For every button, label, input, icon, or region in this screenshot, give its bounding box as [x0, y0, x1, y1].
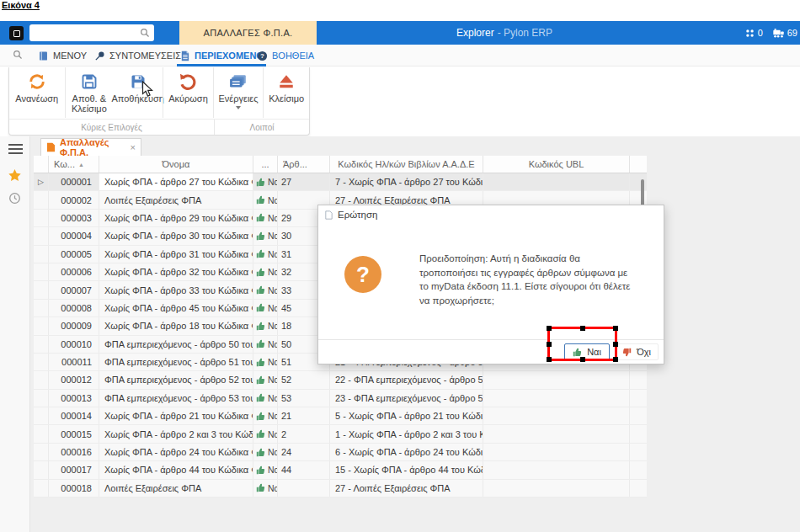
search-input[interactable]	[34, 28, 140, 38]
ribbon-button-3[interactable]: Αποθήκευση	[113, 67, 163, 118]
code-cell: 000016	[49, 444, 99, 460]
save-close-icon	[81, 72, 98, 92]
ribbon-button-4[interactable]: Ακύρωση	[163, 67, 213, 118]
table-row[interactable]: 000014Χωρίς ΦΠΑ - άρθρο 21 του Κώδικα ΦΠ…	[34, 407, 647, 425]
app-logo-icon[interactable]	[9, 26, 24, 40]
ribbon-button-1[interactable]: Ανανέωση	[9, 67, 65, 118]
help-icon: ?	[257, 51, 268, 61]
titlebar: ΑΠΑΛΛΑΓΕΣ Φ.Π.Α. Explorer - Pylon ERP 06…	[0, 21, 800, 45]
window-title: Explorer - Pylon ERP	[456, 21, 552, 45]
name-cell: Χωρίς ΦΠΑ - άρθρο 21 του Κώδικα ΦΠΑ...	[99, 407, 253, 424]
row-selector-cell: ▷	[34, 173, 49, 190]
window-title-main: Explorer	[456, 27, 494, 39]
yes-flag-label: Ναι	[268, 393, 278, 403]
column-header[interactable]: ...	[253, 156, 278, 173]
annotation-handle	[613, 342, 618, 347]
name-cell: Χωρίς ΦΠΑ - άρθρο 45 του Κώδικα ΦΠΑ...	[99, 300, 253, 317]
yes-flag-label: Ναι	[268, 375, 278, 385]
thumb-up-icon	[256, 412, 265, 421]
article-cell	[278, 480, 330, 497]
table-row[interactable]: ▷000001Χωρίς ΦΠΑ - άρθρο 27 του Κώδικα Φ…	[34, 173, 647, 191]
name-cell: Χωρίς ΦΠΑ - άρθρο 27 του Κώδικα ΦΠΑ...	[99, 173, 253, 190]
search-icon	[140, 28, 150, 38]
column-header[interactable]: Κω...▲	[49, 156, 99, 173]
annotation-handle	[547, 342, 552, 347]
ribbon-button-2[interactable]: Αποθ. & Κλείσιμο	[65, 67, 114, 118]
menubar-item-2[interactable]: ΣΥΝΤΟΜΕΥΣΕΙΣ	[94, 45, 181, 66]
ribbon-button-5[interactable]: Ενέργειες	[213, 67, 264, 118]
code-cell: 000011	[49, 354, 99, 370]
column-header-label: Άρθ...	[283, 159, 307, 169]
column-header[interactable]	[34, 156, 49, 173]
active-flag-cell: Ναι	[253, 371, 278, 388]
search-box[interactable]	[29, 24, 154, 41]
active-flag-cell: Ναι	[253, 354, 278, 370]
ribbon-button-label: Ενέργειες	[219, 93, 259, 104]
ribbon: ΑνανέωσηΑποθ. & ΚλείσιμοΑποθήκευσηΑκύρωσ…	[0, 66, 800, 136]
badge-count: 69	[787, 28, 797, 38]
tab-close-icon[interactable]: ×	[131, 142, 136, 152]
name-cell: Λοιπές Εξαιρέσεις ΦΠΑ	[99, 480, 253, 497]
article-cell: 24	[278, 444, 330, 460]
thumb-up-icon	[256, 285, 265, 295]
active-flag-cell: Ναι	[253, 407, 278, 424]
aade-code-cell: 5 - Χωρίς ΦΠΑ - άρθρο 21 του Κώδικα Φ...	[330, 407, 483, 424]
ribbon-button-label: Αποθ. & Κλείσιμο	[66, 93, 114, 114]
annotation-handle	[580, 326, 585, 331]
titlebar-badge[interactable]: 69	[772, 28, 797, 39]
column-header-label: ...	[261, 159, 269, 169]
favorites-star-icon[interactable]	[8, 168, 22, 183]
table-row[interactable]: 000013ΦΠΑ εμπεριεχόμενος - άρθρο 53 του …	[34, 390, 647, 407]
yes-flag-label: Ναι	[268, 177, 278, 187]
row-selector-cell	[34, 354, 49, 370]
thumb-up-icon	[256, 303, 265, 312]
active-flag-cell: Ναι	[253, 246, 278, 263]
active-flag-cell: Ναι	[253, 317, 278, 334]
column-header-label: Όνομα	[163, 159, 190, 169]
name-cell: ΦΠΑ εμπεριεχόμενος - άρθρο 53 του Κ...	[99, 390, 253, 407]
menubar-item-4[interactable]: ?ΒΟΗΘΕΙΑ	[257, 45, 314, 66]
module-tab[interactable]: ΑΠΑΛΛΑΓΕΣ Φ.Π.Α.	[179, 21, 317, 45]
ribbon-button-6[interactable]: Κλείσιμο	[263, 67, 309, 118]
yes-flag-label: Ναι	[268, 465, 278, 475]
article-cell: 53	[278, 390, 330, 407]
document-tab[interactable]: Απαλλαγές Φ.Π.Α. ×	[40, 138, 141, 156]
table-row[interactable]: 000012ΦΠΑ εμπεριεχόμενος - άρθρο 52 του …	[34, 371, 647, 389]
table-row[interactable]: 000015Χωρίς ΦΠΑ - άρθρο 2 και 3 του Κώδι…	[34, 425, 647, 443]
column-header[interactable]: Άρθ...	[278, 156, 330, 173]
no-button[interactable]: Όχι	[615, 343, 659, 360]
window-title-suffix: - Pylon ERP	[498, 27, 552, 39]
active-flag-cell: Ναι	[253, 173, 278, 190]
column-header[interactable]: Κωδικός UBL	[483, 156, 630, 173]
active-flag-cell: Ναι	[253, 336, 278, 353]
aade-code-cell: 7 - Χωρίς ΦΠΑ - άρθρο 27 του Κώδικα Φ...	[330, 173, 483, 190]
annotation-handle	[547, 357, 552, 362]
ubl-code-cell	[483, 480, 630, 497]
aade-code-cell: 27 - Λοιπές Εξαιρέσεις ΦΠΑ	[330, 480, 483, 497]
hamburger-menu-icon[interactable]	[8, 144, 23, 154]
table-row[interactable]: 000018Λοιπές Εξαιρέσεις ΦΠΑΝαι27 - Λοιπέ…	[34, 480, 647, 497]
aade-code-cell: 15 - Χωρίς ΦΠΑ - άρθρο 44 του Κώδικα ...	[330, 461, 483, 478]
code-cell: 000001	[49, 173, 99, 190]
history-clock-icon[interactable]	[8, 192, 21, 205]
thumb-up-icon	[256, 393, 265, 402]
active-flag-cell: Ναι	[253, 425, 278, 442]
menubar: ΜΕΝΟΥΣΥΝΤΟΜΕΥΣΕΙΣΠΕΡΙΕΧΟΜΕΝΟ?ΒΟΗΘΕΙΑ	[0, 45, 800, 66]
thumb-up-icon	[256, 195, 265, 205]
table-row[interactable]: 000017Χωρίς ΦΠΑ - άρθρο 44 του Κώδικα ΦΠ…	[34, 461, 647, 479]
column-header[interactable]: Όνομα	[99, 156, 253, 173]
dialog-message: Προειδοποίηση: Αυτή η διαδικασία θα τροπ…	[419, 252, 635, 307]
active-flag-cell: Ναι	[253, 210, 278, 226]
table-row[interactable]: 000016Χωρίς ΦΠΑ - άρθρο 24 του Κώδικα ΦΠ…	[34, 444, 647, 461]
row-selector-cell	[34, 317, 49, 334]
menubar-item-3[interactable]: ΠΕΡΙΕΧΟΜΕΝΟ	[179, 45, 264, 66]
menubar-search-icon[interactable]	[13, 50, 23, 60]
thumb-up-icon	[256, 483, 265, 492]
menubar-item-1[interactable]: ΜΕΝΟΥ	[38, 45, 87, 66]
name-cell: Χωρίς ΦΠΑ - άρθρο 29 του Κώδικα ΦΠΑ...	[99, 210, 253, 226]
refresh-icon	[28, 72, 46, 92]
code-cell: 000002	[49, 191, 99, 208]
titlebar-badge[interactable]: 0	[744, 28, 763, 39]
ubl-code-cell	[483, 425, 630, 442]
column-header[interactable]: Κωδικός Ηλ/κών Βιβλίων Α.Α.Δ.Ε	[330, 156, 483, 173]
